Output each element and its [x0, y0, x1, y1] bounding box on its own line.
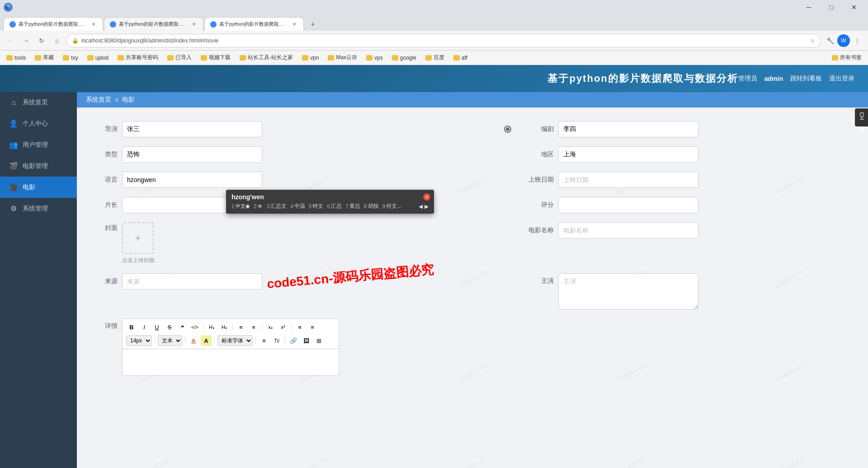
insert-link-button[interactable]: 🔗 — [288, 335, 299, 346]
language-input[interactable] — [122, 172, 262, 188]
strikethrough-button[interactable]: S — [164, 322, 175, 332]
sidebar-item-sys-mgmt[interactable]: ⚙ 系统管理 — [0, 198, 77, 219]
ime-option-9[interactable]: 9 何文... — [382, 202, 402, 210]
bookmark-tools[interactable]: tools — [5, 54, 28, 62]
radio-button[interactable] — [504, 126, 511, 133]
back-button[interactable]: ← — [5, 34, 17, 47]
breadcrumb-home[interactable]: 系统首页 — [86, 96, 111, 104]
align-center-button[interactable]: ≡ — [259, 335, 269, 346]
sidebar-item-profile[interactable]: 👤 个人中心 — [0, 113, 77, 134]
folder-icon — [392, 55, 398, 61]
sub-button[interactable]: x₂ — [265, 322, 276, 332]
align-left-button[interactable]: ≡ — [294, 322, 305, 332]
h2-button[interactable]: H₂ — [219, 322, 230, 332]
logout-link[interactable]: 退出登录 — [829, 75, 854, 83]
ime-option-5[interactable]: 5 钟文 — [309, 202, 324, 210]
bookmark-max[interactable]: Max云存 — [326, 53, 359, 62]
extensions-button[interactable]: 🔧 — [824, 34, 836, 47]
ime-option-6[interactable]: 6 汇总 — [327, 202, 342, 210]
region-input[interactable] — [558, 146, 698, 163]
bookmark-label: 已导入 — [175, 54, 192, 61]
editor-input[interactable] — [558, 121, 698, 137]
new-tab-button[interactable]: + — [307, 18, 319, 31]
clear-format-button[interactable]: Tz — [271, 335, 282, 346]
forward-button[interactable]: → — [20, 34, 33, 47]
bookmark-vps[interactable]: vps — [364, 54, 385, 62]
ol-button[interactable]: ≡ — [248, 322, 259, 332]
ime-close-button[interactable]: ✕ — [423, 193, 430, 201]
sidebar-item-movie-mgmt[interactable]: 🎬 电影管理 — [0, 155, 77, 177]
bookmark-shared[interactable]: 共享账号密码 — [116, 53, 160, 62]
ul-button[interactable]: ≡ — [236, 322, 246, 332]
ime-option-3[interactable]: 3 汇总文 — [266, 202, 287, 210]
browser-tab-1[interactable]: 基于python的影片数据爬取与… ✕ — [4, 17, 103, 31]
cover-upload-button[interactable]: + — [122, 222, 154, 254]
score-input[interactable] — [558, 197, 698, 213]
font-name-select[interactable]: 标准字体 — [217, 335, 253, 346]
address-bar[interactable]: 🔒 localhost:8080/djangouxq8l/admin/dist/… — [66, 34, 821, 47]
cast-textarea[interactable] — [558, 273, 698, 309]
director-label: 导演 — [95, 125, 118, 133]
underline-button[interactable]: U — [151, 322, 162, 332]
insert-table-button[interactable]: ⊞ — [313, 335, 324, 346]
detail-editor: B I U S ❝ </> H₁ H₂ ≡ ≡ — [122, 318, 339, 376]
bookmark-tools2[interactable]: 站长工具-站长之家 — [238, 53, 295, 62]
minimize-button[interactable]: ─ — [798, 0, 819, 14]
sidebar-item-user-mgmt[interactable]: 👥 用户管理 — [0, 134, 77, 155]
director-input[interactable] — [122, 121, 262, 137]
genre-input[interactable] — [122, 146, 262, 163]
movie-name-input[interactable] — [558, 222, 698, 239]
align-right-button[interactable]: ≡ — [307, 322, 318, 332]
editor-body[interactable] — [122, 349, 339, 376]
menu-button[interactable]: ⋮ — [851, 34, 863, 47]
close-button[interactable]: ✕ — [844, 0, 864, 14]
font-size-select[interactable]: 14px 12px 16px 18px — [126, 335, 152, 346]
browser-tab-2[interactable]: 基于python的影片数据爬取与… ✕ — [104, 17, 203, 31]
genre-group: 类型 — [95, 146, 418, 163]
h1-button[interactable]: H₁ — [206, 322, 217, 332]
font-bg-button[interactable]: A — [201, 335, 212, 346]
text-type-select[interactable]: 文本 — [158, 335, 182, 346]
source-input[interactable] — [122, 273, 262, 290]
sup-button[interactable]: x² — [278, 322, 288, 332]
insert-image-button[interactable]: 🖼 — [301, 335, 311, 346]
bookmark-library[interactable]: 库藏 — [33, 53, 56, 62]
bookmark-uplod[interactable]: uplod — [85, 54, 110, 62]
sidebar-item-movie[interactable]: 🎥 电影 — [0, 177, 77, 198]
bookmark-google[interactable]: google — [390, 54, 418, 62]
bookmark-baidu[interactable]: 百度 — [424, 53, 446, 62]
tab-close-3[interactable]: ✕ — [291, 21, 298, 28]
release-date-input[interactable] — [558, 172, 698, 188]
bookmark-vpn[interactable]: vpn — [300, 54, 321, 62]
bookmark-all[interactable]: 所有书签 — [830, 53, 863, 62]
star-icon[interactable]: ☆ — [810, 37, 815, 44]
ime-prev-btn[interactable]: ◀ — [419, 203, 423, 210]
bookmark-txy[interactable]: txy — [61, 54, 80, 62]
bookmark-imported[interactable]: 已导入 — [165, 53, 193, 62]
ime-next-btn[interactable]: ▶ — [425, 203, 429, 210]
profile-button[interactable]: W — [837, 34, 850, 47]
ime-option-2[interactable]: 2 👁 — [254, 203, 263, 210]
ime-option-8[interactable]: 8 胡纹 — [364, 202, 379, 210]
font-color-button[interactable]: A — [188, 335, 199, 346]
sidebar-item-home[interactable]: ⌂ 系统首页 — [0, 92, 77, 113]
code-button[interactable]: </> — [189, 322, 200, 332]
maximize-button[interactable]: □ — [821, 0, 842, 14]
reload-button[interactable]: ↻ — [35, 34, 48, 47]
quote-button[interactable]: ❝ — [177, 322, 188, 332]
release-date-label: 上映日期 — [527, 176, 554, 184]
italic-button[interactable]: I — [139, 322, 150, 332]
browser-tab-3[interactable]: 基于python的影片数据爬取与… ✕ — [204, 17, 304, 31]
ch-button[interactable]: CH 办 简 — [855, 108, 868, 126]
bookmark-video[interactable]: 视频下载 — [199, 53, 232, 62]
tab-close-1[interactable]: ✕ — [90, 21, 97, 28]
jump-to-board-link[interactable]: 跳转到看板 — [790, 75, 822, 83]
tab-close-2[interactable]: ✕ — [190, 21, 198, 28]
bold-button[interactable]: B — [126, 322, 137, 332]
bookmark-aff[interactable]: aff — [452, 54, 469, 62]
ime-option-1[interactable]: 1 中文◉ — [231, 203, 250, 210]
ime-option-4[interactable]: 4 中温 — [290, 202, 305, 210]
ime-option-7[interactable]: 7 黄总 — [345, 202, 360, 210]
home-button[interactable]: ⌂ — [51, 34, 63, 47]
editor-group: 编剧 — [527, 121, 850, 137]
